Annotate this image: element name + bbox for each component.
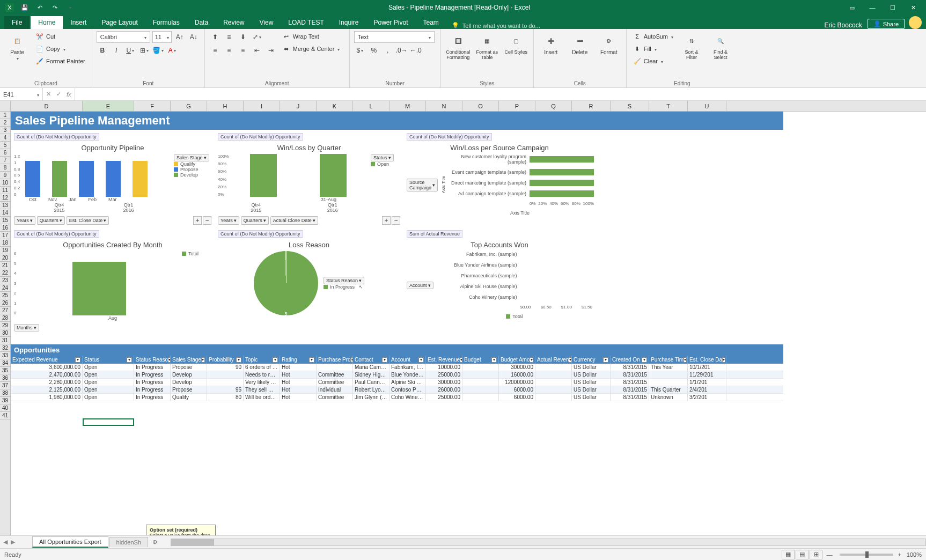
row-header-5[interactable]: 5 <box>0 142 10 149</box>
chart1-filter-estclose[interactable]: Est. Close Date ▾ <box>67 216 109 225</box>
opp-header-6[interactable]: Rating▾ <box>280 356 317 364</box>
row-header-13[interactable]: 13 <box>0 202 10 209</box>
opp-header-14[interactable]: Currency▾ <box>572 356 611 364</box>
tab-loadtest[interactable]: LOAD TEST <box>281 16 331 29</box>
tab-review[interactable]: Review <box>216 16 252 29</box>
insert-cells-button[interactable]: ➕Insert <box>538 31 564 57</box>
column-header-G[interactable]: G <box>171 101 207 111</box>
horizontal-scrollbar[interactable] <box>171 538 926 547</box>
user-name[interactable]: Eric Boocock <box>819 21 868 29</box>
comma-icon[interactable]: , <box>382 45 394 56</box>
opp-header-13[interactable]: Actual Reven▾ <box>535 356 572 364</box>
opp-header-11[interactable]: Budget▾ <box>462 356 499 364</box>
column-header-O[interactable]: O <box>462 101 499 111</box>
cell-styles-button[interactable]: ▢Cell Styles <box>503 31 529 57</box>
row-header-25[interactable]: 25 <box>0 292 10 299</box>
underline-button[interactable]: U <box>124 45 136 56</box>
row-header-8[interactable]: 8 <box>0 164 10 172</box>
chart1-filter-salesstage[interactable]: Sales Stage ▾ <box>174 154 209 161</box>
chart2-filter-status[interactable]: Status ▾ <box>371 154 394 161</box>
chart1-expand[interactable]: + <box>193 216 202 225</box>
opp-header-2[interactable]: Status Reaso▾ <box>134 356 171 364</box>
row-header-23[interactable]: 23 <box>0 277 10 284</box>
column-header-M[interactable]: M <box>389 101 426 111</box>
excel-icon[interactable]: X <box>3 2 16 13</box>
find-select-button[interactable]: 🔍Find & Select <box>708 31 733 62</box>
row-header-7[interactable]: 7 <box>0 157 10 164</box>
currency-icon[interactable]: $ <box>354 45 366 56</box>
opp-header-3[interactable]: Sales Stage▾ <box>171 356 207 364</box>
close-icon[interactable]: ✕ <box>903 2 923 13</box>
minimize-icon[interactable]: — <box>863 2 882 13</box>
row-header-4[interactable]: 4 <box>0 134 10 142</box>
table-row[interactable]: 3,600,000.00OpenIn ProgressPropose906 or… <box>11 364 783 371</box>
view-normal-icon[interactable]: ▦ <box>782 550 795 559</box>
cut-button[interactable]: ✂️Cut <box>33 31 87 42</box>
column-header-E[interactable]: E <box>83 101 134 111</box>
sheet-tab-hidden[interactable]: hiddenSh <box>109 537 149 547</box>
row-header-21[interactable]: 21 <box>0 262 10 269</box>
number-format-select[interactable]: Text <box>354 31 435 43</box>
row-header-24[interactable]: 24 <box>0 284 10 292</box>
align-right-icon[interactable]: ≡ <box>237 45 249 56</box>
opp-header-8[interactable]: Contact▾ <box>353 356 389 364</box>
opp-header-10[interactable]: Est. Revenue▾ <box>426 356 462 364</box>
opp-header-5[interactable]: Topic▾ <box>244 356 280 364</box>
tab-formulas[interactable]: Formulas <box>145 16 187 29</box>
opp-header-12[interactable]: Budget Amo▾ <box>499 356 535 364</box>
enter-formula-icon[interactable]: ✓ <box>56 91 61 98</box>
autosum-button[interactable]: ΣAutoSum <box>631 31 675 42</box>
opp-header-9[interactable]: Account▾ <box>389 356 426 364</box>
column-header-D[interactable]: D <box>11 101 83 111</box>
decrease-indent-icon[interactable]: ⇤ <box>251 45 263 56</box>
row-header-35[interactable]: 35 <box>0 367 10 374</box>
row-header-10[interactable]: 10 <box>0 179 10 187</box>
row-header-20[interactable]: 20 <box>0 254 10 262</box>
row-header-29[interactable]: 29 <box>0 322 10 329</box>
opp-header-1[interactable]: Status▾ <box>83 356 134 364</box>
wrap-text-button[interactable]: ↩Wrap Text <box>280 31 342 42</box>
row-header-2[interactable]: 2 <box>0 119 10 127</box>
format-cells-button[interactable]: ⚙Format <box>596 31 622 57</box>
row-header-33[interactable]: 33 <box>0 352 10 359</box>
row-header-19[interactable]: 19 <box>0 247 10 254</box>
row-header-34[interactable]: 34 <box>0 359 10 367</box>
bold-button[interactable]: B <box>97 45 108 56</box>
decrease-decimal-icon[interactable]: ←.0 <box>410 45 422 56</box>
tab-insert[interactable]: Insert <box>63 16 94 29</box>
undo-icon[interactable]: ↶ <box>33 2 46 13</box>
format-painter-button[interactable]: 🖌️Format Painter <box>33 56 87 67</box>
column-header-K[interactable]: K <box>317 101 353 111</box>
name-box[interactable]: E41 <box>0 88 43 100</box>
chart6-filter-account[interactable]: Account ▾ <box>407 282 433 289</box>
row-header-41[interactable]: 41 <box>0 412 10 419</box>
zoom-slider[interactable] <box>840 554 893 556</box>
cells-grid[interactable]: Sales Pipeline Management Count of (Do N… <box>11 112 926 535</box>
chart4-filter-months[interactable]: Months ▾ <box>14 324 39 331</box>
tab-file[interactable]: File <box>4 16 30 29</box>
align-center-icon[interactable]: ≡ <box>223 45 235 56</box>
align-top-icon[interactable]: ⬆ <box>209 31 221 43</box>
opp-header-15[interactable]: Created On▾ <box>611 356 649 364</box>
fill-button[interactable]: ⬇Fill <box>631 43 675 54</box>
font-size-select[interactable]: 11 <box>152 31 172 43</box>
maximize-icon[interactable]: ☐ <box>883 2 902 13</box>
chart1-filter-quarters[interactable]: Quarters ▾ <box>37 216 65 225</box>
sheet-nav-prev-icon[interactable]: ◀ <box>3 539 8 546</box>
row-header-12[interactable]: 12 <box>0 194 10 202</box>
row-header-18[interactable]: 18 <box>0 239 10 247</box>
increase-indent-icon[interactable]: ⇥ <box>265 45 277 56</box>
row-header-28[interactable]: 28 <box>0 314 10 322</box>
fx-icon[interactable]: fx <box>67 91 71 98</box>
row-header-40[interactable]: 40 <box>0 404 10 412</box>
row-header-31[interactable]: 31 <box>0 337 10 344</box>
table-row[interactable]: 1,980,000.00OpenIn ProgressQualify80Will… <box>11 394 783 401</box>
fill-color-button[interactable]: 🪣 <box>152 45 164 56</box>
table-row[interactable]: 2,470,000.00OpenIn ProgressDevelopNeeds … <box>11 371 783 379</box>
tab-powerpivot[interactable]: Power Pivot <box>366 16 415 29</box>
format-as-table-button[interactable]: ▦Format as Table <box>474 31 500 62</box>
table-row[interactable]: 2,280,000.00OpenIn ProgressDevelopVery l… <box>11 379 783 386</box>
row-header-22[interactable]: 22 <box>0 269 10 277</box>
opp-header-0[interactable]: Expected Revenue▾ <box>11 356 83 364</box>
conditional-formatting-button[interactable]: 🔲Conditional Formatting <box>445 31 471 62</box>
